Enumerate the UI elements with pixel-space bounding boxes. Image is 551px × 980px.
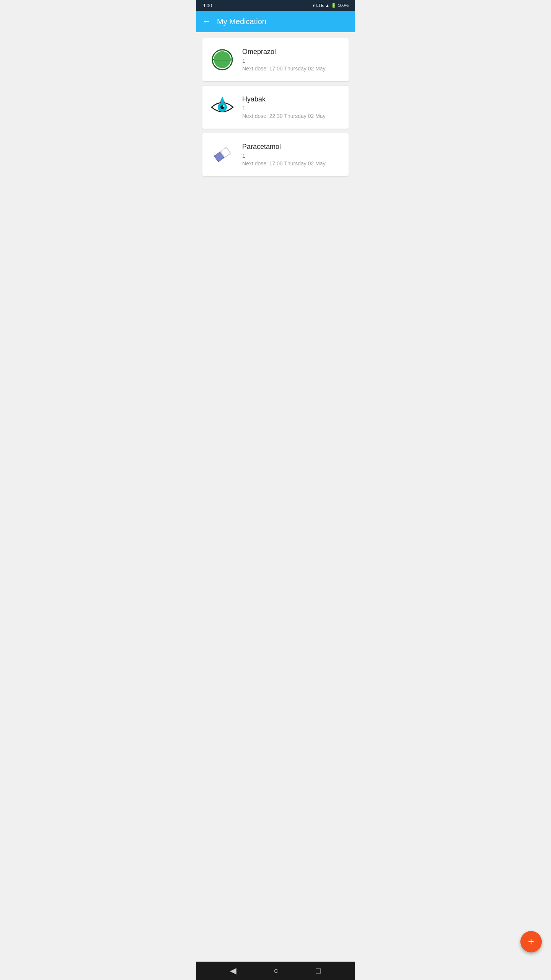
paracetamol-icon [209, 141, 236, 168]
omeprazol-icon [209, 46, 236, 74]
paracetamol-name: Paracetamol [242, 143, 342, 151]
hyabak-next-dose: Next dose: 22:30 Thursday 02 May [242, 113, 342, 119]
status-time: 9:00 [202, 3, 212, 8]
omeprazol-next-dose: Next dose: 17:00 Thursday 02 May [242, 65, 342, 72]
wifi-icon: ▾ [313, 3, 315, 8]
paracetamol-next-dose: Next dose: 17:00 Thursday 02 May [242, 160, 342, 167]
svg-point-7 [223, 105, 225, 107]
app-bar: ← My Medication [196, 11, 355, 32]
medication-card-hyabak[interactable]: Hyabak 1 Next dose: 22:30 Thursday 02 Ma… [202, 86, 349, 129]
medication-card-paracetamol[interactable]: Paracetamol 1 Next dose: 17:00 Thursday … [202, 133, 349, 176]
omeprazol-name: Omeprazol [242, 48, 342, 56]
paracetamol-quantity: 1 [242, 152, 342, 159]
medication-card-omeprazol[interactable]: Omeprazol 1 Next dose: 17:00 Thursday 02… [202, 38, 349, 81]
battery-icon: 🔋 [331, 3, 336, 8]
status-bar: 9:00 ▾ LTE ▲ 🔋 100% [196, 0, 355, 11]
hyabak-icon [209, 93, 236, 121]
back-button[interactable]: ← [202, 17, 211, 26]
hyabak-info: Hyabak 1 Next dose: 22:30 Thursday 02 Ma… [242, 95, 342, 119]
lte-label: LTE [316, 3, 324, 8]
status-icons: ▾ LTE ▲ 🔋 100% [313, 3, 349, 8]
page-title: My Medication [217, 17, 266, 26]
paracetamol-info: Paracetamol 1 Next dose: 17:00 Thursday … [242, 143, 342, 167]
medication-list: Omeprazol 1 Next dose: 17:00 Thursday 02… [196, 32, 355, 263]
hyabak-quantity: 1 [242, 105, 342, 111]
omeprazol-info: Omeprazol 1 Next dose: 17:00 Thursday 02… [242, 48, 342, 72]
omeprazol-quantity: 1 [242, 57, 342, 64]
battery-level: 100% [338, 3, 349, 8]
hyabak-name: Hyabak [242, 95, 342, 103]
signal-icon: ▲ [325, 3, 329, 8]
